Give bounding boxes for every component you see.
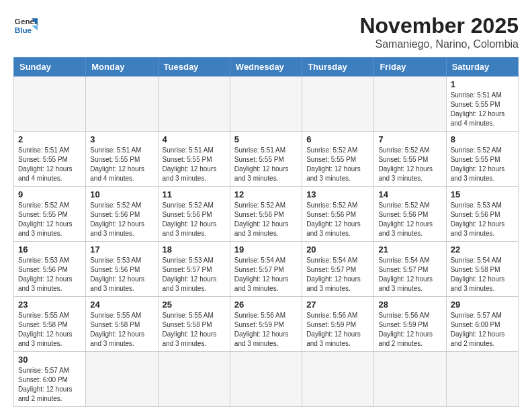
day-info: Sunrise: 5:56 AM Sunset: 5:59 PM Dayligh… [234,311,298,349]
day-number: 6 [306,134,369,144]
calendar-cell: 19Sunrise: 5:54 AM Sunset: 5:57 PM Dayli… [230,242,302,297]
day-info: Sunrise: 5:51 AM Sunset: 5:55 PM Dayligh… [163,146,226,183]
calendar-cell: 22Sunrise: 5:54 AM Sunset: 5:58 PM Dayli… [446,242,518,297]
calendar-cell: 11Sunrise: 5:52 AM Sunset: 5:56 PM Dayli… [158,187,230,242]
day-number: 10 [90,189,153,199]
calendar-week-row: 9Sunrise: 5:52 AM Sunset: 5:55 PM Daylig… [14,187,519,242]
weekday-header-friday: Friday [374,58,446,77]
calendar-cell: 30Sunrise: 5:57 AM Sunset: 6:00 PM Dayli… [14,352,86,407]
calendar-cell: 4Sunrise: 5:51 AM Sunset: 5:55 PM Daylig… [158,132,230,187]
calendar-cell [230,77,302,132]
svg-text:Blue: Blue [15,26,32,34]
calendar-week-row: 1Sunrise: 5:51 AM Sunset: 5:55 PM Daylig… [14,77,519,132]
calendar-cell: 12Sunrise: 5:52 AM Sunset: 5:56 PM Dayli… [230,187,302,242]
logo-icon: General Blue [13,13,38,38]
month-title: November 2025 [359,13,519,38]
day-info: Sunrise: 5:51 AM Sunset: 5:55 PM Dayligh… [18,146,81,183]
day-number: 1 [451,79,514,89]
day-number: 8 [451,134,514,144]
day-info: Sunrise: 5:57 AM Sunset: 6:00 PM Dayligh… [451,311,514,349]
day-number: 29 [451,300,514,310]
calendar-cell: 15Sunrise: 5:53 AM Sunset: 5:56 PM Dayli… [446,187,518,242]
calendar-cell: 24Sunrise: 5:55 AM Sunset: 5:58 PM Dayli… [86,297,158,352]
calendar-cell [230,352,302,407]
day-info: Sunrise: 5:52 AM Sunset: 5:56 PM Dayligh… [234,201,298,238]
calendar-cell [158,352,230,407]
calendar-cell: 6Sunrise: 5:52 AM Sunset: 5:55 PM Daylig… [302,132,374,187]
calendar-cell [158,77,230,132]
day-number: 20 [306,244,369,255]
day-info: Sunrise: 5:52 AM Sunset: 5:55 PM Dayligh… [378,146,441,183]
day-number: 25 [163,300,226,310]
day-number: 16 [18,244,81,255]
day-info: Sunrise: 5:54 AM Sunset: 5:57 PM Dayligh… [378,256,441,293]
weekday-header-tuesday: Tuesday [158,58,230,77]
logo: General Blue [13,13,38,38]
calendar-cell: 29Sunrise: 5:57 AM Sunset: 6:00 PM Dayli… [446,297,518,352]
calendar-cell [374,352,446,407]
day-number: 30 [18,355,81,365]
day-number: 22 [451,244,514,255]
weekday-header-saturday: Saturday [446,58,518,77]
day-number: 23 [18,300,81,310]
day-number: 24 [90,300,153,310]
location-title: Samaniego, Narino, Colombia [359,38,519,50]
svg-marker-3 [32,26,38,30]
calendar-cell [302,77,374,132]
calendar-cell [446,352,518,407]
day-number: 18 [163,244,226,255]
day-info: Sunrise: 5:54 AM Sunset: 5:57 PM Dayligh… [234,256,298,293]
day-info: Sunrise: 5:53 AM Sunset: 5:56 PM Dayligh… [18,256,81,293]
day-number: 11 [163,189,226,199]
calendar-cell [86,352,158,407]
calendar-cell [302,352,374,407]
day-info: Sunrise: 5:52 AM Sunset: 5:55 PM Dayligh… [18,201,81,238]
day-number: 3 [90,134,153,144]
calendar-cell: 28Sunrise: 5:56 AM Sunset: 5:59 PM Dayli… [374,297,446,352]
calendar-cell: 8Sunrise: 5:52 AM Sunset: 5:55 PM Daylig… [446,132,518,187]
calendar-cell: 26Sunrise: 5:56 AM Sunset: 5:59 PM Dayli… [230,297,302,352]
day-number: 7 [378,134,441,144]
day-info: Sunrise: 5:54 AM Sunset: 5:58 PM Dayligh… [451,256,514,293]
calendar-cell: 14Sunrise: 5:52 AM Sunset: 5:56 PM Dayli… [374,187,446,242]
day-number: 19 [234,244,298,255]
day-info: Sunrise: 5:52 AM Sunset: 5:55 PM Dayligh… [306,146,369,183]
calendar-cell [86,77,158,132]
day-info: Sunrise: 5:55 AM Sunset: 5:58 PM Dayligh… [163,311,226,349]
calendar-cell [14,77,86,132]
calendar-cell [374,77,446,132]
calendar-cell: 27Sunrise: 5:56 AM Sunset: 5:59 PM Dayli… [302,297,374,352]
day-number: 5 [234,134,298,144]
calendar-cell: 2Sunrise: 5:51 AM Sunset: 5:55 PM Daylig… [14,132,86,187]
day-info: Sunrise: 5:55 AM Sunset: 5:58 PM Dayligh… [18,311,81,349]
weekday-header-thursday: Thursday [302,58,374,77]
calendar-cell: 5Sunrise: 5:51 AM Sunset: 5:55 PM Daylig… [230,132,302,187]
day-number: 14 [378,189,441,199]
day-info: Sunrise: 5:53 AM Sunset: 5:56 PM Dayligh… [90,256,153,293]
day-number: 27 [306,300,369,310]
day-number: 17 [90,244,153,255]
day-number: 2 [18,134,81,144]
day-info: Sunrise: 5:53 AM Sunset: 5:57 PM Dayligh… [163,256,226,293]
day-info: Sunrise: 5:53 AM Sunset: 5:56 PM Dayligh… [451,201,514,238]
calendar-cell: 3Sunrise: 5:51 AM Sunset: 5:55 PM Daylig… [86,132,158,187]
calendar-week-row: 30Sunrise: 5:57 AM Sunset: 6:00 PM Dayli… [14,352,519,407]
day-info: Sunrise: 5:57 AM Sunset: 6:00 PM Dayligh… [18,366,81,404]
day-info: Sunrise: 5:52 AM Sunset: 5:56 PM Dayligh… [163,201,226,238]
day-info: Sunrise: 5:51 AM Sunset: 5:55 PM Dayligh… [90,146,153,183]
calendar-cell: 20Sunrise: 5:54 AM Sunset: 5:57 PM Dayli… [302,242,374,297]
day-info: Sunrise: 5:52 AM Sunset: 5:56 PM Dayligh… [378,201,441,238]
day-info: Sunrise: 5:56 AM Sunset: 5:59 PM Dayligh… [378,311,441,349]
calendar-week-row: 16Sunrise: 5:53 AM Sunset: 5:56 PM Dayli… [14,242,519,297]
day-info: Sunrise: 5:56 AM Sunset: 5:59 PM Dayligh… [306,311,369,349]
day-info: Sunrise: 5:52 AM Sunset: 5:56 PM Dayligh… [90,201,153,238]
weekday-header-monday: Monday [86,58,158,77]
day-info: Sunrise: 5:51 AM Sunset: 5:55 PM Dayligh… [234,146,298,183]
calendar-cell: 16Sunrise: 5:53 AM Sunset: 5:56 PM Dayli… [14,242,86,297]
day-number: 15 [451,189,514,199]
calendar-cell: 25Sunrise: 5:55 AM Sunset: 5:58 PM Dayli… [158,297,230,352]
weekday-header-sunday: Sunday [14,58,86,77]
day-number: 21 [378,244,441,255]
calendar-cell: 23Sunrise: 5:55 AM Sunset: 5:58 PM Dayli… [14,297,86,352]
calendar-cell: 18Sunrise: 5:53 AM Sunset: 5:57 PM Dayli… [158,242,230,297]
